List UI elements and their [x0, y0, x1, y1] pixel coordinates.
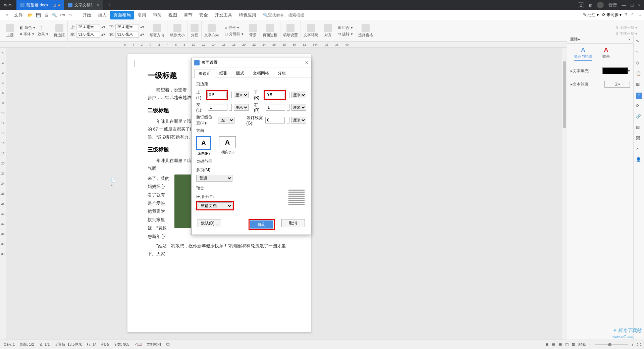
margin-top-field[interactable] — [207, 92, 227, 98]
menu-security[interactable]: 安全 — [196, 11, 211, 19]
notification-badge[interactable]: 2 — [578, 2, 584, 8]
text-fill-row[interactable]: ▸文本填充 ▾ — [567, 64, 633, 78]
more-icon[interactable]: ⋯ — [637, 13, 641, 17]
close-icon[interactable]: ⊡ — [52, 3, 56, 8]
text-left-of-image[interactable]: 来了。菜的妈妈细心看了就有是个爱热把我家附接到家里饭，"表叔，您新年心 — [148, 174, 171, 241]
zoom-label[interactable]: 89% — [578, 343, 586, 347]
tab-layout[interactable]: 版式 — [232, 69, 249, 78]
spinner[interactable] — [287, 104, 289, 111]
multipage-select[interactable]: 普通 — [196, 175, 232, 182]
help-icon[interactable]: ? — [625, 13, 627, 17]
maximize-icon[interactable]: □ — [631, 3, 634, 8]
spinner[interactable] — [229, 104, 232, 111]
print-icon[interactable]: 🖨 — [43, 12, 49, 18]
save-icon[interactable]: 💾 — [35, 12, 41, 18]
new-tab-button[interactable]: + — [103, 2, 115, 9]
layout-icon[interactable]: ▤ — [636, 125, 642, 131]
outline-icon[interactable]: 📄▸ — [111, 178, 117, 185]
annotate-button[interactable]: ✎ 批注 ▾ — [583, 12, 599, 18]
view-icon[interactable]: ▦ — [558, 342, 562, 347]
papersize-button[interactable]: 纸张大小 — [167, 21, 188, 41]
highlight-icon[interactable]: ≡ — [636, 93, 642, 99]
menu-reference[interactable]: 引用 — [134, 11, 150, 19]
section-label[interactable]: 节: 1/1 — [39, 342, 50, 347]
image-icon[interactable]: 🖼 — [636, 136, 642, 142]
selpane-button[interactable]: 选择窗格 — [356, 21, 376, 41]
close-icon[interactable]: × — [628, 37, 631, 42]
applyto-select[interactable]: 整篇文档 — [198, 202, 232, 209]
wrap-button[interactable]: 文字环绕 — [301, 21, 321, 41]
textdir-button[interactable]: 文字方向 — [202, 21, 222, 41]
effect-button[interactable]: 效果 — [38, 32, 45, 37]
menu-dev[interactable]: 开发工具 — [211, 11, 235, 19]
minimize-icon[interactable]: — — [622, 3, 626, 8]
grid-icon[interactable]: ▦ — [636, 82, 642, 88]
view-icon[interactable]: ⊞ — [545, 342, 548, 347]
group-icon[interactable]: ⊞ — [338, 26, 341, 30]
border-button[interactable]: 页面边框 — [260, 21, 280, 41]
font-icon[interactable]: A — [20, 32, 22, 36]
spinner[interactable] — [230, 92, 232, 98]
gutter-pos-select[interactable]: 左 — [218, 117, 234, 123]
pencil-icon[interactable]: ✎ — [636, 39, 642, 45]
scrollbar-thumb[interactable] — [563, 61, 566, 128]
theme-icon[interactable]: ◐ — [589, 3, 592, 8]
spinner[interactable] — [288, 92, 289, 98]
dialog-titlebar[interactable]: 页面设置 × — [192, 58, 311, 67]
margin-left-field[interactable] — [208, 104, 227, 111]
collapse-icon[interactable]: ⌃ — [631, 13, 634, 17]
proof-icon[interactable]: ✓📖 — [134, 342, 142, 347]
doc-tab-2[interactable]: 文字文稿1 × — [64, 0, 103, 10]
proof-label[interactable]: 文档校对 — [147, 342, 161, 347]
zoom-out-icon[interactable]: − — [589, 343, 591, 347]
file-menu[interactable]: 文件 — [11, 11, 26, 19]
view-icon[interactable]: ◫ — [565, 342, 569, 347]
shape-icon[interactable]: ◇ — [636, 60, 642, 66]
user-avatar[interactable] — [597, 2, 604, 8]
margin-bottom-input[interactable] — [115, 24, 139, 30]
cursor-icon[interactable]: ↖ — [636, 50, 642, 56]
effect-icon[interactable]: ⬚ — [39, 26, 42, 30]
spinner[interactable] — [287, 117, 289, 123]
zoom-slider[interactable] — [595, 344, 628, 345]
view-icon[interactable]: ▤ — [552, 342, 555, 347]
horizontal-ruler[interactable]: 642▽246810121416182022242628303234▽36384… — [0, 42, 644, 48]
margin-bottom-field[interactable] — [265, 92, 284, 98]
undo-icon[interactable]: ↶▾ — [59, 12, 65, 18]
view-icon[interactable]: ⊡ — [572, 342, 575, 347]
close-icon[interactable]: × — [305, 60, 308, 66]
user-name[interactable]: 普普 — [608, 2, 617, 8]
menu-special[interactable]: 特色应用 — [235, 11, 260, 19]
words-label[interactable]: 字数: 905 — [114, 342, 129, 347]
paragraph[interactable]: "姑姑，我敬您，祝你新年健康快乐！"我端起杯料轮流敬了一圈才坐下。大家 — [148, 242, 291, 258]
outline-select[interactable]: 无 ▾ — [604, 81, 630, 88]
color-icon[interactable]: ◧ — [20, 26, 23, 30]
close-icon[interactable]: × — [97, 3, 100, 8]
tab-grid[interactable]: 文档网格 — [249, 69, 273, 78]
tab-columns[interactable]: 分栏 — [273, 69, 290, 78]
unit-select[interactable]: 厘米 — [291, 104, 306, 111]
tab-fill-outline[interactable]: A填充与轮廓 — [574, 46, 592, 61]
vertical-ruler[interactable]: 422468101214161820222426283032343638 — [0, 48, 6, 340]
menu-icon[interactable]: ≡ — [4, 12, 10, 18]
cancel-button[interactable]: 取消 — [281, 219, 305, 227]
orientation-button[interactable]: 纸张方向 — [147, 21, 167, 41]
vertical-scrollbar[interactable] — [562, 48, 567, 340]
moveup-button[interactable]: ⬆ 上移一层 ▾ — [615, 25, 637, 30]
landscape-option[interactable]: A横向(S) — [219, 136, 236, 156]
color-swatch[interactable] — [602, 67, 628, 74]
margin-right-input[interactable] — [115, 32, 139, 38]
portrait-option[interactable]: A纵向(P) — [196, 136, 211, 156]
unit-select[interactable]: 厘米 — [291, 92, 306, 98]
zoom-in-icon[interactable]: + — [632, 343, 634, 347]
theme-group[interactable]: 主题 — [3, 21, 17, 41]
background-button[interactable]: 背景 — [246, 21, 260, 41]
tab-paper[interactable]: 纸张 — [215, 69, 232, 78]
close-window-icon[interactable]: × — [638, 3, 641, 8]
page-label[interactable]: 页面: 1/2 — [19, 342, 34, 347]
linenum-icon[interactable]: ≡ — [225, 26, 227, 30]
margins-button[interactable]: 页边距 — [51, 21, 68, 41]
gutter-width-field[interactable] — [265, 117, 285, 123]
menu-section[interactable]: 章节 — [180, 11, 196, 19]
margin-right-field[interactable] — [266, 104, 285, 111]
